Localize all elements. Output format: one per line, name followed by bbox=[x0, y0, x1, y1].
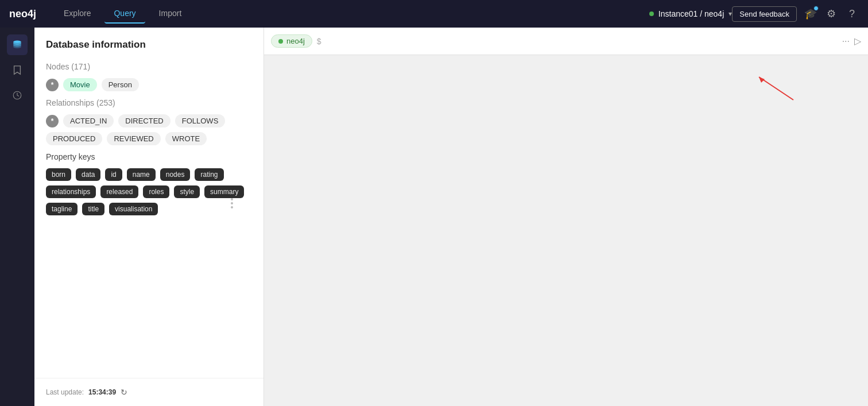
send-feedback-button[interactable]: Send feedback bbox=[732, 6, 797, 22]
refresh-icon[interactable]: ↻ bbox=[121, 388, 127, 397]
relationship-tags-row: * ACTED_IN DIRECTED FOLLOWS PRODUCED REV… bbox=[46, 114, 252, 145]
prop-style[interactable]: style bbox=[174, 185, 200, 198]
db-panel-footer: Last update: 15:34:39 ↻ bbox=[34, 378, 264, 406]
tag-directed[interactable]: DIRECTED bbox=[118, 114, 170, 127]
nodes-section-title: Nodes (171) bbox=[46, 62, 252, 71]
sidebar-history-icon[interactable] bbox=[7, 85, 28, 106]
tag-acted-in[interactable]: ACTED_IN bbox=[63, 114, 114, 127]
prop-born[interactable]: born bbox=[46, 168, 71, 181]
prop-data[interactable]: data bbox=[76, 168, 100, 181]
svg-line-2 bbox=[759, 77, 793, 100]
svg-marker-3 bbox=[759, 77, 765, 83]
db-name-label: neo4j bbox=[286, 37, 305, 45]
topnav-right: Send feedback 🎓 ⚙ ? bbox=[732, 6, 859, 22]
db-panel: Database information Nodes (171) * Movie… bbox=[34, 28, 264, 406]
main-layout: Database information Nodes (171) * Movie… bbox=[0, 28, 868, 406]
prop-title[interactable]: title bbox=[82, 203, 104, 215]
query-area: neo4j $ ··· ▷ bbox=[264, 28, 868, 406]
node-wildcard[interactable]: * bbox=[46, 79, 59, 91]
instance-selector[interactable]: Instance01 / neo4j ▾ bbox=[649, 9, 732, 18]
footer-prefix: Last update: bbox=[46, 388, 84, 396]
prop-id[interactable]: id bbox=[105, 168, 122, 181]
db-status-dot bbox=[278, 39, 283, 44]
prop-roles[interactable]: roles bbox=[143, 185, 169, 198]
sidebar-icons bbox=[0, 28, 34, 406]
prop-released[interactable]: released bbox=[100, 185, 138, 198]
nav-query[interactable]: Query bbox=[104, 4, 145, 24]
prop-name[interactable]: name bbox=[127, 168, 156, 181]
instance-status-dot bbox=[649, 11, 654, 16]
tag-person[interactable]: Person bbox=[102, 78, 139, 91]
more-options-icon[interactable]: ··· bbox=[842, 36, 850, 47]
query-dollar-sign: $ bbox=[317, 37, 321, 46]
instance-label: Instance01 / neo4j bbox=[658, 9, 724, 18]
topnav: neo4j Explore Query Import Instance01 / … bbox=[0, 0, 868, 28]
run-query-icon[interactable]: ▷ bbox=[854, 36, 861, 47]
prop-visualisation[interactable]: visualisation bbox=[109, 203, 158, 215]
footer-time: 15:34:39 bbox=[88, 388, 116, 396]
sidebar-bookmark-icon[interactable] bbox=[7, 60, 28, 80]
nav-explore[interactable]: Explore bbox=[55, 4, 100, 24]
relationships-section-title: Relationships (253) bbox=[46, 98, 252, 107]
query-content[interactable] bbox=[264, 55, 868, 406]
neo4j-db-selector[interactable]: neo4j bbox=[271, 34, 312, 48]
prop-rating[interactable]: rating bbox=[195, 168, 223, 181]
app-logo: neo4j bbox=[9, 8, 36, 20]
query-bar-actions: ··· ▷ bbox=[842, 36, 861, 47]
prop-relationships[interactable]: relationships bbox=[46, 185, 96, 198]
tag-produced[interactable]: PRODUCED bbox=[46, 132, 102, 145]
query-bar: neo4j $ ··· ▷ bbox=[264, 28, 868, 55]
tag-follows[interactable]: FOLLOWS bbox=[175, 114, 226, 127]
prop-summary[interactable]: summary bbox=[204, 185, 244, 198]
gear-icon[interactable]: ⚙ bbox=[824, 7, 838, 21]
tag-reviewed[interactable]: REVIEWED bbox=[107, 132, 160, 145]
panel-resize-handle[interactable] bbox=[227, 198, 237, 208]
tag-movie[interactable]: Movie bbox=[63, 78, 97, 91]
graduation-cap-icon[interactable]: 🎓 bbox=[804, 7, 817, 21]
nav-items: Explore Query Import bbox=[55, 4, 649, 24]
tag-wrote[interactable]: WROTE bbox=[165, 132, 207, 145]
property-keys-tags: born data id name nodes rating relations… bbox=[46, 168, 252, 215]
node-tags-row: * Movie Person bbox=[46, 78, 252, 91]
nav-import[interactable]: Import bbox=[150, 4, 191, 24]
property-keys-section-title: Property keys bbox=[46, 152, 252, 161]
sidebar-database-icon[interactable] bbox=[7, 34, 28, 55]
feedback-arrow bbox=[753, 71, 799, 108]
prop-nodes[interactable]: nodes bbox=[160, 168, 191, 181]
db-panel-title: Database information bbox=[46, 39, 252, 51]
help-circle-icon[interactable]: ? bbox=[845, 7, 859, 21]
prop-tagline[interactable]: tagline bbox=[46, 203, 78, 215]
relationship-wildcard[interactable]: * bbox=[46, 115, 59, 127]
